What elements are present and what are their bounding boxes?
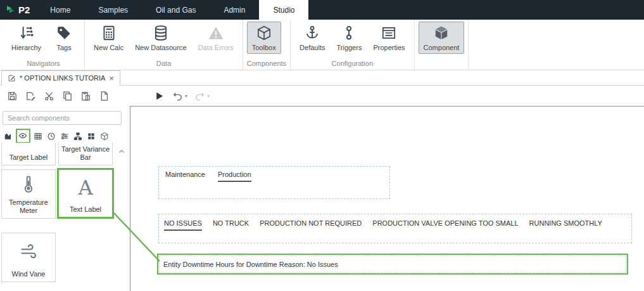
option-link-production-not-required[interactable]: PRODUCTION NOT REQUIRED <box>260 219 362 230</box>
component-tile-wind-vane[interactable]: Wind Vane <box>1 233 56 282</box>
save-edit-icon <box>25 91 36 101</box>
redo-control: ▾ <box>193 89 210 102</box>
menu-item-admin[interactable]: Admin <box>210 0 259 20</box>
save-as-button[interactable] <box>24 89 37 102</box>
button-label: Component <box>424 44 460 51</box>
export-page-button[interactable] <box>98 89 110 102</box>
save-button[interactable] <box>6 89 18 102</box>
p2-logo-text: P2 <box>18 4 30 15</box>
wind-vane-icon <box>2 233 55 270</box>
ribbon-group-label: Data <box>89 58 239 70</box>
play-icon <box>154 91 165 101</box>
component-label: Target Label <box>8 153 49 165</box>
component-tile-text-label[interactable]: A Text Label <box>57 168 114 219</box>
menu-label: Studio <box>273 6 294 15</box>
menu-item-studio[interactable]: Studio <box>259 0 308 20</box>
component-category-row <box>3 129 110 143</box>
component-toolbox-panel: Target Label Target Variance Bar Tempera… <box>0 106 130 291</box>
component-label: Wind Vane <box>11 270 47 281</box>
undo-control[interactable]: ▾ <box>171 89 187 102</box>
option-links-component[interactable]: NO ISSUES NO TRUCK PRODUCTION NOT REQUIR… <box>158 214 632 243</box>
ribbon-group-label <box>419 66 465 70</box>
component-label: Text Label <box>68 205 103 217</box>
component-tile-target-variance-bar[interactable]: Target Variance Bar <box>58 143 113 165</box>
toolbox-button[interactable]: Toolbox <box>247 22 281 54</box>
clock-icon[interactable] <box>46 131 57 142</box>
copy-button[interactable] <box>61 89 73 102</box>
anchor-icon <box>304 25 320 41</box>
search-input[interactable] <box>3 111 122 125</box>
new-calc-button[interactable]: New Calc <box>89 22 129 54</box>
document-tab-option-links-tutorial[interactable]: * OPTION LINKS TUTORIA × <box>1 70 120 86</box>
list-icon <box>381 25 397 41</box>
database-icon <box>153 25 169 41</box>
button-label: Triggers <box>336 44 362 51</box>
component-tile-temperature-meter[interactable]: Temperature Meter <box>1 169 56 219</box>
menu-item-home[interactable]: Home <box>36 0 84 20</box>
cut-button[interactable] <box>42 89 55 102</box>
menu-item-samples[interactable]: Samples <box>84 0 142 20</box>
paste-button[interactable] <box>79 89 92 102</box>
canvas-tab-production[interactable]: Production <box>218 171 251 182</box>
scroll-up-icon[interactable] <box>118 146 127 155</box>
button-label: Toolbox <box>252 44 276 51</box>
thermometer-icon <box>2 170 55 198</box>
undo-icon <box>172 91 183 101</box>
connector-icon <box>341 25 357 41</box>
page-icon <box>99 91 110 101</box>
ribbon: Hierarchy Tags Navigators New Calc New D… <box>0 20 644 70</box>
new-datasource-button[interactable]: New Datasource <box>130 22 191 54</box>
defaults-button[interactable]: Defaults <box>294 22 330 54</box>
hierarchy-button[interactable]: Hierarchy <box>6 22 46 54</box>
scissors-icon <box>44 91 54 101</box>
table-icon[interactable] <box>32 131 44 142</box>
menu-label: Admin <box>224 6 245 15</box>
component-label: Temperature Meter <box>2 198 55 218</box>
tab-strip-component[interactable]: Maintenance Production <box>158 166 390 199</box>
component-button[interactable]: Component <box>419 22 465 54</box>
triggers-button[interactable]: Triggers <box>331 22 367 54</box>
edit-icon <box>8 74 16 82</box>
ribbon-group-configuration: Defaults Triggers Properties Configurati… <box>291 20 414 70</box>
canvas-tab-maintenance[interactable]: Maintenance <box>165 171 205 181</box>
option-link-running-smoothly[interactable]: RUNNING SMOOTHLY <box>529 219 602 230</box>
top-menu-bar: P2 Home Samples Oil and Gas Admin Studio <box>0 0 644 20</box>
run-button[interactable] <box>153 89 165 102</box>
sliders-icon[interactable] <box>59 131 70 142</box>
option-link-no-issues[interactable]: NO ISSUES <box>164 219 202 231</box>
design-canvas[interactable]: Maintenance Production NO ISSUES NO TRUC… <box>130 106 644 291</box>
redo-button <box>193 89 206 102</box>
undo-button[interactable] <box>171 89 184 102</box>
redo-icon <box>194 91 205 101</box>
ribbon-group-data: New Calc New Datasource Data Errors Data <box>85 20 243 70</box>
button-label: New Calc <box>94 44 123 51</box>
close-tab-icon[interactable]: × <box>109 74 114 82</box>
eye-icon[interactable] <box>17 130 28 141</box>
p2-logo-icon <box>5 4 16 16</box>
save-icon <box>7 91 18 101</box>
chevron-down-icon: ▾ <box>207 93 210 99</box>
p2-logo[interactable]: P2 <box>0 0 36 20</box>
grid-icon[interactable] <box>85 131 97 142</box>
tag-icon <box>56 25 72 41</box>
button-label: Data Errors <box>198 44 233 51</box>
cube-icon[interactable] <box>99 131 110 142</box>
menu-item-oil-and-gas[interactable]: Oil and Gas <box>142 0 210 20</box>
document-tab-bar: * OPTION LINKS TUTORIA × <box>0 70 644 86</box>
edit-toolbar: ▾ ▾ <box>0 86 644 106</box>
button-label: Properties <box>373 44 405 51</box>
data-errors-button: Data Errors <box>193 22 238 54</box>
paste-icon <box>80 91 91 101</box>
tags-button[interactable]: Tags <box>47 22 80 54</box>
area-chart-icon[interactable] <box>3 131 14 142</box>
ribbon-group-label: Components <box>247 58 286 70</box>
option-link-no-truck[interactable]: NO TRUCK <box>213 219 249 230</box>
text-label-icon: A <box>59 170 112 205</box>
chevron-down-icon[interactable]: ▾ <box>185 93 187 99</box>
component-tile-target-label[interactable]: Target Label <box>1 143 56 165</box>
option-link-production-valve-opening-too-small[interactable]: PRODUCTION VALVE OPENING TOO SMALL <box>372 219 518 230</box>
properties-button[interactable]: Properties <box>368 22 410 54</box>
hierarchy-tree-icon[interactable] <box>72 131 84 142</box>
text-label-component[interactable]: Entity Downtime Hours for Downtime Reaso… <box>157 254 628 275</box>
document-tab-title: * OPTION LINKS TUTORIA <box>20 74 105 82</box>
